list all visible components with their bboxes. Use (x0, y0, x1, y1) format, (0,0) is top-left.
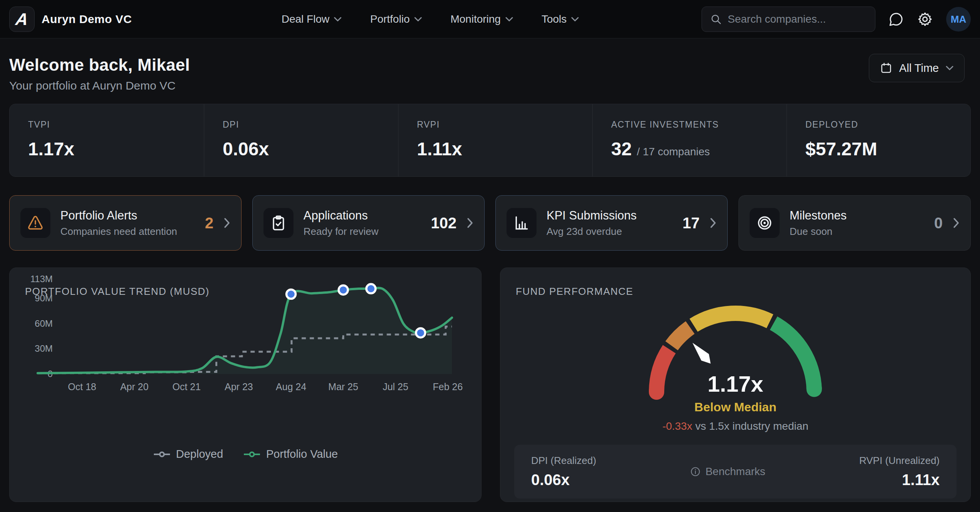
kpi-label: TVPI (28, 120, 204, 130)
kpi-deployed: DEPLOYED $57.27M (787, 104, 970, 176)
applications-card[interactable]: Applications Ready for review 102 (252, 195, 485, 251)
rvpi-value: 1.11x (859, 471, 940, 489)
svg-text:Oct 18: Oct 18 (68, 381, 97, 392)
chevron-right-icon (953, 217, 960, 229)
chevron-down-icon (414, 17, 422, 22)
app-logo: A (9, 7, 35, 32)
chevron-right-icon (223, 217, 230, 229)
page-title: Welcome back, Mikael (9, 55, 965, 75)
main-nav: Deal Flow Portfolio Monitoring Tools (282, 0, 579, 38)
gauge-value: 1.17x (500, 371, 970, 397)
fund-performance-card: FUND PERFORMANCE 1.17x Below Median -0.3… (500, 268, 971, 502)
clipboard-icon (270, 214, 287, 231)
top-navigation-bar: A Auryn Demo VC Deal Flow Portfolio Moni… (0, 0, 980, 38)
logo-letter-icon: A (15, 11, 29, 28)
kpi-dpi: DPI 0.06x (204, 104, 398, 176)
kpi-rvpi: RVPI 1.11x (398, 104, 592, 176)
card-count: 0 (934, 214, 943, 232)
nav-portfolio[interactable]: Portfolio (370, 13, 422, 25)
card-subtitle: Avg 23d overdue (547, 226, 683, 238)
legend-label: Portfolio Value (266, 448, 338, 460)
svg-text:Mar 25: Mar 25 (328, 381, 358, 392)
card-title: KPI Submissions (547, 209, 683, 223)
card-count: 102 (431, 214, 457, 232)
kpi-value: $57.27M (805, 138, 970, 160)
dpi-label: DPI (Realized) (531, 455, 596, 467)
chat-button[interactable] (888, 12, 904, 27)
svg-text:Apr 23: Apr 23 (225, 381, 253, 392)
rvpi-label: RVPI (Unrealized) (859, 455, 940, 467)
card-title: Milestones (790, 209, 934, 223)
kpi-active-investments: ACTIVE INVESTMENTS 32 / 17 companies (592, 104, 787, 176)
portfolio-trend-card: PORTFOLIO VALUE TREND (MUSD) 030M60M90M1… (9, 268, 482, 502)
page-header: Welcome back, Mikael Your portfolio at A… (0, 38, 980, 92)
card-subtitle: Companies need attention (60, 226, 205, 238)
nav-deal-flow[interactable]: Deal Flow (282, 13, 342, 25)
nav-label: Deal Flow (282, 13, 329, 25)
rvpi-block: RVPI (Unrealized) 1.11x (859, 455, 940, 489)
topbar-actions: MA (702, 0, 971, 38)
kpi-value: 0.06x (223, 138, 398, 160)
nav-label: Monitoring (450, 13, 501, 25)
kpi-submissions-card[interactable]: KPI Submissions Avg 23d overdue 17 (495, 195, 728, 251)
action-cards-row: Portfolio Alerts Companies need attentio… (9, 195, 971, 251)
svg-text:Apr 20: Apr 20 (120, 381, 148, 392)
nav-monitoring[interactable]: Monitoring (450, 13, 513, 25)
icon-tile (507, 208, 537, 238)
kpi-value: 1.11x (417, 138, 592, 160)
kpi-summary-strip: TVPI 1.17x DPI 0.06x RVPI 1.11x ACTIVE I… (9, 104, 971, 177)
svg-text:Oct 21: Oct 21 (172, 381, 201, 392)
chevron-right-icon (467, 217, 473, 229)
legend-line-marker-icon (153, 451, 171, 458)
chevron-down-icon (505, 17, 513, 22)
settings-button[interactable] (917, 11, 933, 27)
icon-tile (750, 208, 780, 238)
svg-text:Feb 26: Feb 26 (433, 381, 463, 392)
gauge-delta: -0.33x vs 1.5x industry median (500, 420, 970, 432)
time-range-button[interactable]: All Time (869, 54, 965, 82)
card-title: Portfolio Alerts (60, 209, 205, 223)
kpi-value: 32 / 17 companies (611, 138, 787, 160)
charts-row: PORTFOLIO VALUE TREND (MUSD) 030M60M90M1… (9, 268, 971, 502)
nav-tools[interactable]: Tools (542, 13, 579, 25)
chart-title: FUND PERFORMANCE (516, 286, 633, 298)
svg-text:Jul 25: Jul 25 (383, 381, 408, 392)
nav-label: Portfolio (370, 13, 410, 25)
gauge-status: Below Median (500, 400, 970, 414)
calendar-icon (880, 62, 892, 74)
chevron-down-icon (571, 17, 579, 22)
target-icon (756, 214, 773, 231)
card-subtitle: Ready for review (303, 226, 431, 238)
chevron-down-icon (334, 17, 342, 22)
kpi-tvpi: TVPI 1.17x (10, 104, 204, 176)
search-box[interactable] (702, 7, 875, 32)
legend-item-portfolio-value: Portfolio Value (243, 448, 338, 460)
svg-text:113M: 113M (30, 274, 53, 284)
card-count: 2 (205, 214, 213, 232)
kpi-suffix: / 17 companies (637, 146, 710, 158)
milestones-card[interactable]: Milestones Due soon 0 (738, 195, 971, 251)
delta-value: -0.33x (662, 420, 692, 432)
legend-label: Deployed (176, 448, 223, 460)
kpi-count: 32 (611, 139, 632, 159)
portfolio-alerts-card[interactable]: Portfolio Alerts Companies need attentio… (9, 195, 242, 251)
chevron-right-icon (710, 217, 717, 229)
legend-item-deployed: Deployed (153, 448, 223, 460)
dpi-block: DPI (Realized) 0.06x (531, 455, 596, 489)
kpi-label: RVPI (417, 120, 592, 130)
chart-legend: Deployed Portfolio Value (10, 448, 481, 460)
card-title: Applications (303, 209, 431, 223)
user-avatar[interactable]: MA (946, 7, 971, 32)
legend-line-marker-icon (243, 451, 261, 458)
chat-bubble-icon (888, 12, 904, 27)
icon-tile (263, 208, 293, 238)
time-range-label: All Time (899, 62, 939, 75)
brand-name: Auryn Demo VC (42, 13, 132, 26)
search-input[interactable] (728, 13, 867, 25)
kpi-label: DEPLOYED (805, 120, 970, 130)
benchmarks-button[interactable]: Benchmarks (596, 465, 859, 478)
brand[interactable]: A Auryn Demo VC (9, 0, 132, 38)
kpi-label: ACTIVE INVESTMENTS (611, 120, 787, 130)
chevron-down-icon (946, 66, 953, 70)
svg-text:60M: 60M (35, 318, 53, 329)
